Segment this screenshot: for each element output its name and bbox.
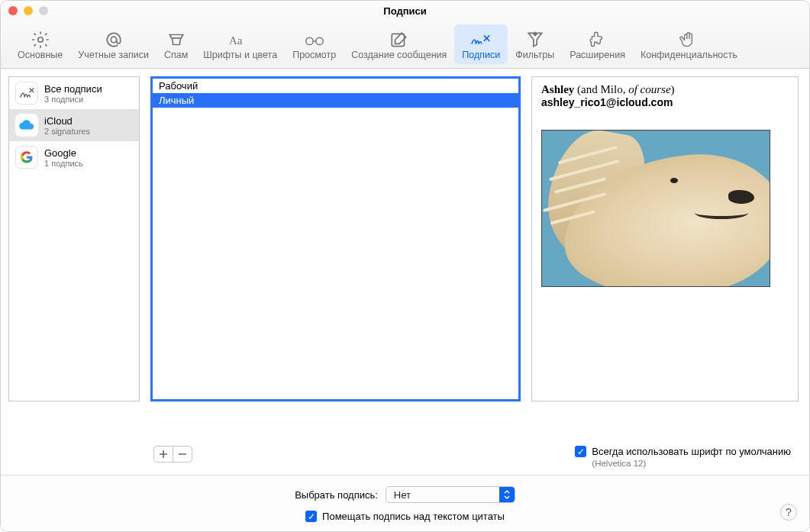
account-title: Google [44, 147, 83, 159]
close-window-button[interactable] [8, 6, 18, 15]
signature-item[interactable]: Рабочий [153, 79, 518, 93]
titlebar: Подписи [1, 1, 809, 21]
account-title: iCloud [44, 115, 90, 127]
signature-name-italic: of course [628, 83, 670, 95]
gear-icon [29, 30, 52, 50]
signature-name-bold: Ashley [541, 83, 574, 95]
hand-icon [677, 30, 700, 50]
signature-list[interactable]: Рабочий Личный [150, 76, 521, 401]
signature-name-paren: (and Milo, [574, 83, 628, 95]
tab-label: Подписи [462, 50, 500, 60]
tab-extensions[interactable]: Расширения [562, 24, 633, 64]
bottom-controls: Выбрать подпись: Нет ✓ Помещать подпись … [1, 475, 809, 531]
choose-signature-label: Выбрать подпись: [295, 489, 378, 501]
tab-signatures[interactable]: Подписи [454, 24, 508, 64]
tab-label: Создание сообщения [351, 50, 447, 60]
signature-icon [470, 30, 492, 50]
tab-label: Спам [164, 50, 188, 60]
always-default-font-hint: (Helvetica 12) [575, 459, 791, 468]
account-google[interactable]: Google 1 подпись [9, 141, 139, 173]
tab-rules[interactable]: Фильтры [508, 24, 562, 64]
tab-accounts[interactable]: Учетные записи [70, 24, 157, 64]
account-subtitle: 2 signatures [44, 127, 90, 136]
tab-label: Шрифты и цвета [203, 50, 277, 60]
tab-composing[interactable]: Создание сообщения [344, 24, 454, 64]
tab-label: Расширения [570, 50, 625, 60]
svg-point-4 [316, 37, 323, 44]
choose-signature-value: Нет [394, 489, 411, 501]
compose-icon [388, 30, 411, 50]
choose-signature-select[interactable]: Нет [386, 486, 515, 503]
svg-point-3 [305, 37, 312, 44]
under-list-row: ✓ Всегда использовать шрифт по умолчанию… [1, 446, 809, 475]
puzzle-icon [586, 30, 609, 50]
always-default-font-block: ✓ Всегда использовать шрифт по умолчанию… [575, 446, 802, 468]
glasses-icon [303, 30, 326, 50]
tab-fonts-colors[interactable]: Aa Шрифты и цвета [195, 24, 285, 64]
svg-point-1 [111, 37, 117, 43]
remove-signature-button[interactable] [173, 446, 192, 463]
account-icloud[interactable]: iCloud 2 signatures [9, 109, 139, 141]
signature-icon [15, 82, 38, 105]
tab-general[interactable]: Основные [10, 24, 70, 64]
account-all-signatures[interactable]: Все подписи 3 подписи [9, 77, 139, 109]
place-above-label: Помещать подпись над текстом цитаты [322, 511, 505, 522]
select-arrows-icon [499, 486, 515, 503]
help-button[interactable]: ? [780, 504, 797, 521]
tab-junk[interactable]: Спам [157, 24, 195, 64]
maximize-window-button[interactable] [39, 6, 48, 15]
account-subtitle: 3 подписи [44, 95, 102, 104]
tab-viewing[interactable]: Просмотр [285, 24, 344, 64]
signature-image [541, 130, 770, 287]
account-subtitle: 1 подпись [44, 159, 83, 168]
signature-name-close: ) [671, 83, 675, 95]
signatures-body: Все подписи 3 подписи iCloud 2 signature… [1, 69, 809, 531]
tab-label: Просмотр [292, 50, 336, 60]
svg-point-0 [37, 37, 43, 43]
preferences-toolbar: Основные Учетные записи Спам Aa Шрифты и… [1, 21, 809, 69]
tab-label: Учетные записи [78, 50, 149, 60]
at-sign-icon [102, 30, 125, 50]
tab-label: Основные [18, 50, 63, 60]
preferences-window: Подписи Основные Учетные записи Спам Aa [0, 0, 810, 532]
tab-label: Конфиденциальность [641, 50, 737, 60]
always-default-font-label: Всегда использовать шрифт по умолчанию [592, 446, 791, 457]
minimize-window-button[interactable] [24, 6, 33, 15]
signature-item[interactable]: Личный [153, 93, 518, 108]
svg-text:Aa: Aa [229, 34, 243, 47]
window-title: Подписи [383, 5, 426, 17]
add-remove-signature [153, 446, 192, 463]
cloud-icon [15, 114, 38, 137]
add-signature-button[interactable] [153, 446, 173, 463]
google-icon [15, 146, 38, 169]
signature-preview[interactable]: Ashley (and Milo, of course) ashley_rico… [531, 76, 799, 401]
signature-email: ashley_rico1@icloud.com [541, 96, 789, 108]
account-title: Все подписи [44, 83, 102, 95]
tab-privacy[interactable]: Конфиденциальность [633, 24, 745, 64]
accounts-list: Все подписи 3 подписи iCloud 2 signature… [8, 76, 140, 401]
trash-bin-icon [165, 30, 188, 50]
always-default-font-checkbox[interactable]: ✓ [575, 446, 586, 457]
filter-icon [524, 30, 547, 50]
tab-label: Фильтры [515, 50, 554, 60]
signature-name-line: Ashley (and Milo, of course) [541, 83, 789, 96]
font-icon: Aa [229, 30, 252, 50]
window-controls [8, 6, 48, 15]
place-above-checkbox[interactable]: ✓ [305, 511, 317, 522]
